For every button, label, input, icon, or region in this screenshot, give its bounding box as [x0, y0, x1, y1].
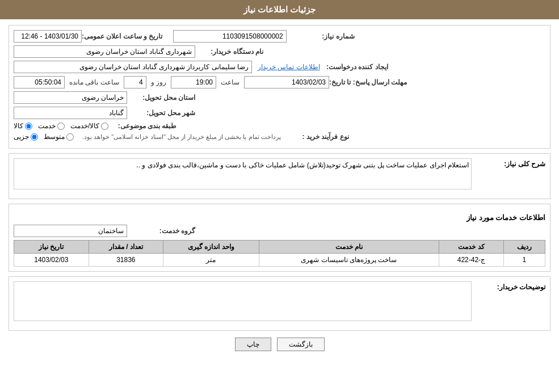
request-number-input[interactable]	[173, 30, 287, 43]
deadline-values: ساعت روز و ساعت باقی مانده	[14, 76, 329, 88]
buyer-name-input[interactable]	[14, 45, 195, 58]
description-label: شرح کلی نیاز:	[472, 158, 545, 168]
col-header-date: تاریخ نیاز	[14, 241, 89, 254]
col-header-code: کد خدمت	[439, 241, 503, 254]
announcement-input[interactable]	[14, 30, 82, 43]
table-row: 1ج-42-422ساخت پروژه‌های تاسیسات شهریمتر3…	[14, 254, 545, 267]
city-label: شهر محل تحویل:	[127, 109, 195, 117]
creator-input[interactable]	[14, 61, 252, 73]
buyer-desc-section: توضیحات خریدار:	[9, 276, 550, 331]
request-number-row: شماره نیاز: تاریخ و ساعت اعلان عمومی:	[14, 30, 545, 43]
main-info-section: شماره نیاز: تاریخ و ساعت اعلان عمومی: نا…	[9, 25, 550, 149]
creator-label: ایجاد کننده درخواست:	[320, 63, 388, 71]
service-group-row: گروه خدمت:	[14, 225, 545, 237]
purchase-motavaset-radio[interactable]	[66, 133, 74, 141]
buyer-name-row: نام دستگاه خریدار:	[14, 45, 545, 58]
service-group-label: گروه خدمت:	[127, 227, 195, 235]
category-kala-radio[interactable]	[25, 123, 32, 130]
page-header: جزئیات اطلاعات نیاز	[0, 0, 559, 19]
buyer-desc-label: توضیحات خریدار:	[472, 281, 545, 291]
content-area: شماره نیاز: تاریخ و ساعت اعلان عمومی: نا…	[0, 19, 559, 364]
table-body: 1ج-42-422ساخت پروژه‌های تاسیسات شهریمتر3…	[14, 254, 545, 267]
back-button[interactable]: بازگشت	[277, 338, 325, 351]
description-section: شرح کلی نیاز:	[9, 153, 550, 199]
description-textarea[interactable]	[14, 158, 472, 189]
buyer-desc-container	[14, 281, 472, 323]
table-header-row: ردیف کد خدمت نام خدمت واحد اندازه گیری ت…	[14, 241, 545, 254]
service-group-input[interactable]	[14, 225, 127, 237]
province-input[interactable]	[14, 91, 127, 104]
category-kala-item: کالا	[14, 122, 32, 130]
deadline-time-input[interactable]	[171, 76, 216, 88]
category-radio-group: کالا/خدمت خدمت کالا	[14, 122, 108, 130]
purchase-type-label: نوع فرآیند خرید :	[281, 133, 349, 141]
deadline-time-label: ساعت	[221, 78, 239, 86]
contact-link[interactable]: اطلاعات تماس خریدار	[258, 63, 320, 71]
buyer-desc-row: توضیحات خریدار:	[14, 281, 545, 323]
purchase-type-group: پرداخت تمام یا بخشی از مبلغ خریدار از مح…	[14, 133, 281, 141]
col-header-row: ردیف	[503, 241, 545, 254]
category-kala-khedmat-radio[interactable]	[101, 123, 108, 130]
col-header-name: نام خدمت	[259, 241, 439, 254]
purchase-jozii-radio[interactable]	[31, 133, 38, 141]
header-title: جزئیات اطلاعات نیاز	[243, 5, 316, 14]
page-container: جزئیات اطلاعات نیاز شماره نیاز: تاریخ و …	[0, 0, 559, 392]
purchase-motavaset-item: متوسط	[44, 133, 74, 141]
province-label: استان محل تحویل:	[127, 94, 195, 102]
table-head: ردیف کد خدمت نام خدمت واحد اندازه گیری ت…	[14, 241, 545, 254]
purchase-radio-group: متوسط جزیی	[14, 133, 74, 141]
deadline-label: مهلت ارسال پاسخ: تا تاریخ:	[329, 78, 407, 86]
deadline-day-label: روز و	[151, 78, 166, 86]
city-input[interactable]	[14, 107, 127, 119]
category-label: طبقه بندی موضوعی:	[108, 122, 176, 130]
purchase-jozii-item: جزیی	[14, 133, 38, 141]
buyer-name-label: نام دستگاه خریدار:	[195, 48, 263, 56]
province-row: استان محل تحویل:	[14, 91, 545, 104]
services-section: اطلاعات خدمات مورد نیاز گروه خدمت: ردیف …	[9, 204, 550, 272]
deadline-remain-input[interactable]	[14, 76, 65, 88]
category-khedmat-label: خدمت	[38, 122, 56, 130]
city-row: شهر محل تحویل:	[14, 107, 545, 119]
purchase-jozii-label: جزیی	[14, 133, 29, 141]
purchase-note: پرداخت تمام یا بخشی از مبلغ خریدار از مح…	[82, 133, 281, 141]
col-header-unit: واحد اندازه گیری	[163, 241, 259, 254]
buyer-desc-textarea[interactable]	[14, 281, 472, 321]
category-khedmat-item: خدمت	[38, 122, 65, 130]
category-row: طبقه بندی موضوعی: کالا/خدمت خدمت کالا	[14, 122, 545, 130]
category-kala-label: کالا	[14, 122, 23, 130]
announcement-label: تاریخ و ساعت اعلان عمومی:	[82, 32, 162, 40]
services-title: اطلاعات خدمات مورد نیاز	[14, 213, 545, 222]
creator-row: ایجاد کننده درخواست: اطلاعات تماس خریدار	[14, 61, 545, 73]
category-kala-khedmat-item: کالا/خدمت	[70, 122, 108, 130]
purchase-motavaset-label: متوسط	[44, 133, 65, 141]
description-row: شرح کلی نیاز:	[14, 158, 545, 191]
description-value-container	[14, 158, 472, 191]
col-header-qty: تعداد / مقدار	[89, 241, 163, 254]
purchase-type-row: نوع فرآیند خرید : پرداخت تمام یا بخشی از…	[14, 133, 545, 141]
category-khedmat-radio[interactable]	[57, 123, 65, 130]
deadline-row: مهلت ارسال پاسخ: تا تاریخ: ساعت روز و سا…	[14, 76, 545, 88]
deadline-remain-label: ساعت باقی مانده	[69, 78, 119, 86]
deadline-date-input[interactable]	[244, 76, 329, 88]
button-row: بازگشت چاپ	[9, 338, 550, 351]
request-number-label: شماره نیاز:	[287, 32, 355, 40]
category-kala-khedmat-label: کالا/خدمت	[70, 122, 99, 130]
print-button[interactable]: چاپ	[235, 338, 271, 351]
services-table: ردیف کد خدمت نام خدمت واحد اندازه گیری ت…	[14, 240, 545, 267]
deadline-days-input[interactable]	[124, 76, 146, 88]
